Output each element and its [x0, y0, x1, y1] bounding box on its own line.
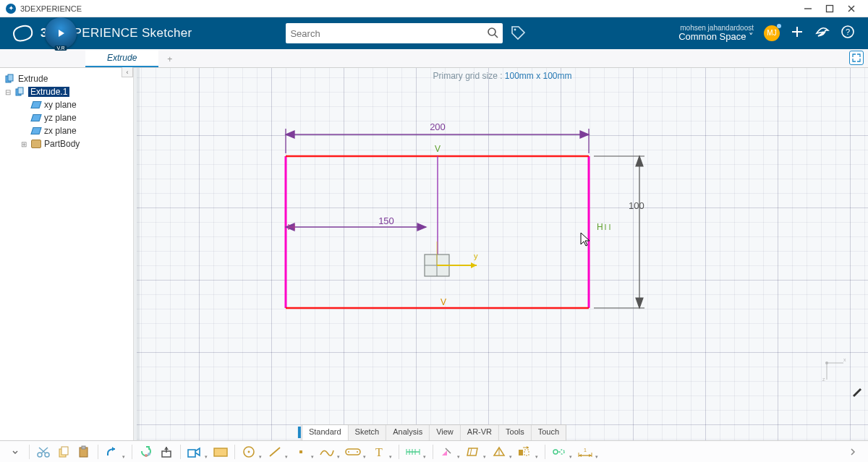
svg-rect-15 — [18, 87, 23, 94]
tab-extrude[interactable]: Extrude — [85, 50, 158, 67]
copy-tool-icon[interactable] — [54, 443, 73, 461]
svg-point-87 — [553, 450, 558, 454]
text-tool-icon[interactable]: T▾ — [370, 443, 388, 461]
update-tool-icon[interactable] — [137, 443, 156, 461]
search-icon[interactable] — [487, 27, 498, 40]
profile-tool-icon[interactable] — [211, 443, 230, 461]
space-name: Common Space — [678, 31, 746, 42]
svg-marker-28 — [417, 223, 426, 231]
help-icon[interactable]: ? — [841, 25, 855, 41]
add-button[interactable] — [790, 25, 804, 41]
tree-item-yzplane[interactable]: yz plane — [19, 111, 130, 124]
circle-tool-icon[interactable]: ▾ — [239, 443, 258, 461]
dimension-tool-icon[interactable]: ▾ — [404, 443, 422, 461]
export-tool-icon[interactable] — [157, 443, 176, 461]
project-tool-icon[interactable]: ▾ — [464, 443, 482, 461]
svg-line-80 — [470, 448, 472, 455]
sketch-canvas[interactable]: Primary grid size : 100mm x 100mm 200 V — [134, 68, 868, 440]
window-titlebar: ✦ 3DEXPERIENCE — [0, 0, 868, 17]
dim-mid: 150 — [378, 215, 394, 226]
toolbar-more-icon[interactable] — [843, 443, 862, 461]
svg-text:?: ? — [846, 27, 850, 36]
svg-rect-1 — [827, 5, 833, 12]
compass-widget[interactable]: V.R — [45, 17, 77, 49]
maximize-button[interactable] — [819, 0, 841, 17]
trim-tool-icon[interactable]: ▾ — [438, 443, 456, 461]
svg-point-7 — [514, 28, 516, 30]
exit-sketch-icon[interactable]: ▾ — [185, 443, 204, 461]
tree-root-label: Extrude — [18, 74, 48, 84]
plane-icon — [30, 113, 41, 123]
expand-icon[interactable]: ⊞ — [20, 140, 27, 148]
share-icon[interactable] — [814, 25, 830, 41]
plane-icon — [30, 100, 41, 110]
user-name: mohsen jahandardoost — [678, 25, 754, 33]
toolbar-tabs: Standard Sketch Analysis View AR-VR Tool… — [302, 424, 566, 440]
viewtab-view[interactable]: View — [430, 425, 461, 440]
minimize-button[interactable] — [797, 0, 819, 17]
svg-text:T: T — [375, 446, 383, 458]
svg-point-47 — [825, 362, 828, 364]
svg-rect-84 — [524, 450, 529, 455]
line-tool-icon[interactable]: ▾ — [265, 443, 284, 461]
tree-item-label: yz plane — [44, 113, 77, 123]
svg-marker-43 — [471, 262, 477, 268]
svg-point-71 — [348, 451, 349, 453]
tree-item-extrude1[interactable]: ⊟ Extrude.1 — [3, 85, 130, 98]
avatar[interactable]: MJ — [764, 25, 780, 41]
viewtab-arvr[interactable]: AR-VR — [461, 425, 499, 440]
tree-collapse-handle[interactable]: ‹ — [122, 67, 133, 77]
svg-point-72 — [357, 451, 358, 453]
slot-tool-icon[interactable]: ▾ — [344, 443, 362, 461]
cut-tool-icon[interactable] — [34, 443, 53, 461]
measure-tool-icon[interactable]: 1▾ — [576, 443, 595, 461]
expand-icon[interactable]: ⊟ — [4, 88, 12, 96]
spline-tool-icon[interactable]: ▾ — [318, 443, 336, 461]
axis-y-label: y — [474, 252, 478, 260]
svg-marker-63 — [164, 447, 169, 450]
tree-item-label: PartBody — [44, 139, 80, 149]
constraint-v-top: V — [435, 144, 441, 154]
close-button[interactable] — [841, 0, 862, 17]
tree-item-xyplane[interactable]: xy plane — [19, 98, 130, 111]
fullscreen-toggle[interactable] — [849, 51, 864, 65]
pattern-tool-icon[interactable]: ▾ — [516, 443, 535, 461]
viewtab-standard[interactable]: Standard — [302, 425, 349, 440]
undo-tool-icon[interactable]: ▾ — [103, 443, 122, 461]
transform-tool-icon[interactable]: ▾ — [490, 443, 509, 461]
new-tab-button[interactable]: + — [158, 51, 181, 67]
document-tabs: Extrude + — [0, 49, 868, 68]
svg-rect-57 — [82, 446, 85, 449]
search-input[interactable] — [290, 28, 487, 39]
dim-right: 100 — [629, 200, 644, 211]
dim-top: 200 — [430, 121, 446, 132]
svg-rect-64 — [188, 450, 195, 457]
tree-root[interactable]: Extrude — [3, 72, 130, 85]
brand-bar: 3DEXPERIENCE Sketcher mohsen jahandardoo… — [0, 17, 868, 49]
viewtab-tools[interactable]: Tools — [499, 425, 532, 440]
svg-point-59 — [145, 454, 148, 457]
svg-rect-69 — [299, 450, 302, 453]
tag-icon[interactable] — [510, 25, 526, 43]
toolbar-dropdown-toggle[interactable] — [6, 443, 25, 461]
extrude-feature-icon — [14, 87, 25, 97]
svg-text:z: z — [822, 377, 825, 382]
viewtab-touch[interactable]: Touch — [532, 425, 566, 440]
constraint-h: H — [597, 222, 603, 232]
svg-marker-35 — [636, 156, 643, 166]
brand-light2: Sketcher — [138, 26, 192, 40]
constraint-tool-icon[interactable]: ▾ — [550, 443, 569, 461]
svg-point-67 — [248, 450, 250, 453]
user-block[interactable]: mohsen jahandardoost Common Space ˅ — [678, 25, 754, 42]
viewtab-analysis[interactable]: Analysis — [386, 425, 430, 440]
tree-item-zxplane[interactable]: zx plane — [19, 124, 130, 137]
pen-indicator-icon — [851, 385, 864, 400]
point-tool-icon[interactable]: ▾ — [292, 443, 310, 461]
tree-item-partbody[interactable]: ⊞PartBody — [19, 137, 130, 150]
search-box[interactable] — [286, 23, 503, 43]
compass-label: V.R — [54, 46, 67, 51]
ds-logo-icon — [10, 22, 35, 44]
paste-tool-icon[interactable] — [75, 443, 93, 461]
viewtab-sketch[interactable]: Sketch — [349, 425, 387, 440]
chevron-down-icon: ˅ — [749, 31, 754, 42]
